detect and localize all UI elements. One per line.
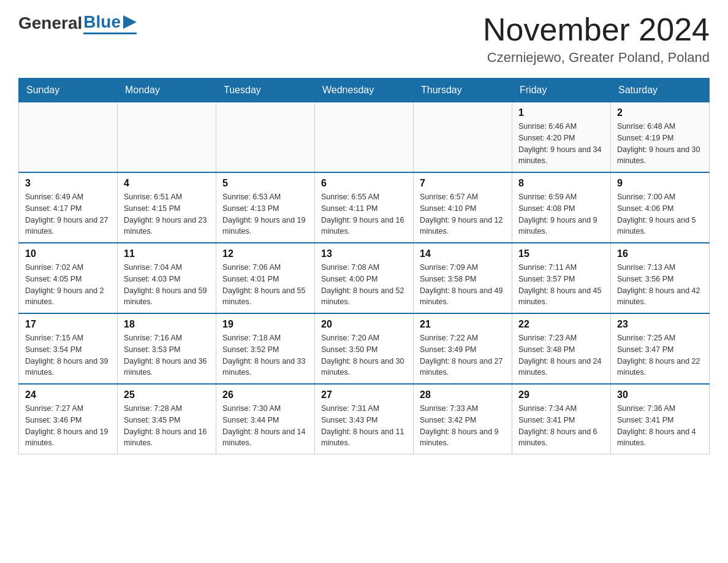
day-number: 18 [124,319,210,330]
calendar-cell: 14Sunrise: 7:09 AMSunset: 3:58 PMDayligh… [414,243,512,313]
day-number: 14 [420,248,506,259]
day-number: 22 [518,319,604,330]
calendar-cell: 12Sunrise: 7:06 AMSunset: 4:01 PMDayligh… [216,243,315,313]
day-number: 23 [617,319,703,330]
calendar-cell: 8Sunrise: 6:59 AMSunset: 4:08 PMDaylight… [512,172,611,243]
day-info: Sunrise: 7:31 AMSunset: 3:43 PMDaylight:… [321,403,407,449]
day-info: Sunrise: 7:18 AMSunset: 3:52 PMDaylight:… [222,332,308,378]
day-number: 8 [518,178,604,189]
calendar-table: SundayMondayTuesdayWednesdayThursdayFrid… [18,78,710,454]
calendar-cell [414,102,512,173]
calendar-cell [118,102,216,173]
day-number: 12 [222,248,308,259]
calendar-week-row: 10Sunrise: 7:02 AMSunset: 4:05 PMDayligh… [19,243,710,313]
title-area: November 2024 Czerniejewo, Greater Polan… [483,12,710,66]
calendar-cell: 23Sunrise: 7:25 AMSunset: 3:47 PMDayligh… [611,313,710,384]
calendar-cell: 16Sunrise: 7:13 AMSunset: 3:56 PMDayligh… [611,243,710,313]
calendar-cell: 13Sunrise: 7:08 AMSunset: 4:00 PMDayligh… [315,243,414,313]
day-number: 1 [518,107,604,118]
day-number: 30 [617,389,703,400]
day-number: 16 [617,248,703,259]
day-number: 4 [124,178,210,189]
day-info: Sunrise: 7:20 AMSunset: 3:50 PMDaylight:… [321,332,407,378]
calendar-cell: 7Sunrise: 6:57 AMSunset: 4:10 PMDaylight… [414,172,512,243]
day-number: 24 [25,389,111,400]
calendar-cell: 10Sunrise: 7:02 AMSunset: 4:05 PMDayligh… [19,243,118,313]
weekday-header-saturday: Saturday [611,79,710,102]
day-number: 17 [25,319,111,330]
calendar-cell: 28Sunrise: 7:33 AMSunset: 3:42 PMDayligh… [414,384,512,454]
weekday-header-wednesday: Wednesday [315,79,414,102]
calendar-cell: 30Sunrise: 7:36 AMSunset: 3:41 PMDayligh… [611,384,710,454]
day-info: Sunrise: 6:59 AMSunset: 4:08 PMDaylight:… [518,191,604,237]
day-number: 19 [222,319,308,330]
calendar-cell: 21Sunrise: 7:22 AMSunset: 3:49 PMDayligh… [414,313,512,384]
day-info: Sunrise: 7:22 AMSunset: 3:49 PMDaylight:… [420,332,506,378]
day-number: 20 [321,319,407,330]
calendar-week-row: 24Sunrise: 7:27 AMSunset: 3:46 PMDayligh… [19,384,710,454]
day-info: Sunrise: 7:27 AMSunset: 3:46 PMDaylight:… [25,403,111,449]
calendar-cell: 17Sunrise: 7:15 AMSunset: 3:54 PMDayligh… [19,313,118,384]
weekday-header-thursday: Thursday [414,79,512,102]
day-info: Sunrise: 7:25 AMSunset: 3:47 PMDaylight:… [617,332,703,378]
calendar-cell [216,102,315,173]
calendar-cell: 15Sunrise: 7:11 AMSunset: 3:57 PMDayligh… [512,243,611,313]
day-info: Sunrise: 7:04 AMSunset: 4:03 PMDaylight:… [124,262,210,308]
day-number: 10 [25,248,111,259]
day-number: 25 [124,389,210,400]
logo-blue-text: Blue [83,12,121,32]
day-info: Sunrise: 7:30 AMSunset: 3:44 PMDaylight:… [222,403,308,449]
logo-blue-part: Blue [83,12,137,34]
calendar-cell: 6Sunrise: 6:55 AMSunset: 4:11 PMDaylight… [315,172,414,243]
weekday-header-tuesday: Tuesday [216,79,315,102]
day-number: 28 [420,389,506,400]
day-info: Sunrise: 6:51 AMSunset: 4:15 PMDaylight:… [124,191,210,237]
weekday-header-sunday: Sunday [19,79,118,102]
location-title: Czerniejewo, Greater Poland, Poland [483,50,710,66]
day-info: Sunrise: 6:55 AMSunset: 4:11 PMDaylight:… [321,191,407,237]
calendar-cell: 5Sunrise: 6:53 AMSunset: 4:13 PMDaylight… [216,172,315,243]
day-info: Sunrise: 7:02 AMSunset: 4:05 PMDaylight:… [25,262,111,308]
day-info: Sunrise: 7:15 AMSunset: 3:54 PMDaylight:… [25,332,111,378]
day-info: Sunrise: 7:34 AMSunset: 3:41 PMDaylight:… [518,403,604,449]
day-info: Sunrise: 7:06 AMSunset: 4:01 PMDaylight:… [222,262,308,308]
day-number: 29 [518,389,604,400]
day-number: 26 [222,389,308,400]
day-number: 9 [617,178,703,189]
calendar-cell: 3Sunrise: 6:49 AMSunset: 4:17 PMDaylight… [19,172,118,243]
day-number: 6 [321,178,407,189]
calendar-cell: 2Sunrise: 6:48 AMSunset: 4:19 PMDaylight… [611,102,710,173]
calendar-cell: 25Sunrise: 7:28 AMSunset: 3:45 PMDayligh… [118,384,216,454]
day-number: 21 [420,319,506,330]
day-info: Sunrise: 6:48 AMSunset: 4:19 PMDaylight:… [617,121,703,167]
weekday-header-friday: Friday [512,79,611,102]
day-info: Sunrise: 7:11 AMSunset: 3:57 PMDaylight:… [518,262,604,308]
calendar-cell: 27Sunrise: 7:31 AMSunset: 3:43 PMDayligh… [315,384,414,454]
page-header: General Blue November 2024 Czerniejewo, … [18,12,710,66]
logo-general-text: General [18,13,82,33]
calendar-cell: 11Sunrise: 7:04 AMSunset: 4:03 PMDayligh… [118,243,216,313]
calendar-cell: 26Sunrise: 7:30 AMSunset: 3:44 PMDayligh… [216,384,315,454]
day-number: 3 [25,178,111,189]
day-number: 15 [518,248,604,259]
day-info: Sunrise: 6:46 AMSunset: 4:20 PMDaylight:… [518,121,604,167]
calendar-cell: 20Sunrise: 7:20 AMSunset: 3:50 PMDayligh… [315,313,414,384]
day-number: 5 [222,178,308,189]
day-info: Sunrise: 7:36 AMSunset: 3:41 PMDaylight:… [617,403,703,449]
day-info: Sunrise: 7:08 AMSunset: 4:00 PMDaylight:… [321,262,407,308]
logo: General Blue [18,12,137,34]
calendar-cell: 29Sunrise: 7:34 AMSunset: 3:41 PMDayligh… [512,384,611,454]
calendar-cell: 19Sunrise: 7:18 AMSunset: 3:52 PMDayligh… [216,313,315,384]
calendar-week-row: 1Sunrise: 6:46 AMSunset: 4:20 PMDaylight… [19,102,710,173]
calendar-week-row: 17Sunrise: 7:15 AMSunset: 3:54 PMDayligh… [19,313,710,384]
day-info: Sunrise: 7:23 AMSunset: 3:48 PMDaylight:… [518,332,604,378]
svg-marker-0 [123,15,137,29]
day-number: 2 [617,107,703,118]
calendar-cell: 18Sunrise: 7:16 AMSunset: 3:53 PMDayligh… [118,313,216,384]
calendar-cell: 22Sunrise: 7:23 AMSunset: 3:48 PMDayligh… [512,313,611,384]
day-number: 13 [321,248,407,259]
day-info: Sunrise: 7:28 AMSunset: 3:45 PMDaylight:… [124,403,210,449]
day-info: Sunrise: 7:09 AMSunset: 3:58 PMDaylight:… [420,262,506,308]
day-number: 7 [420,178,506,189]
calendar-week-row: 3Sunrise: 6:49 AMSunset: 4:17 PMDaylight… [19,172,710,243]
